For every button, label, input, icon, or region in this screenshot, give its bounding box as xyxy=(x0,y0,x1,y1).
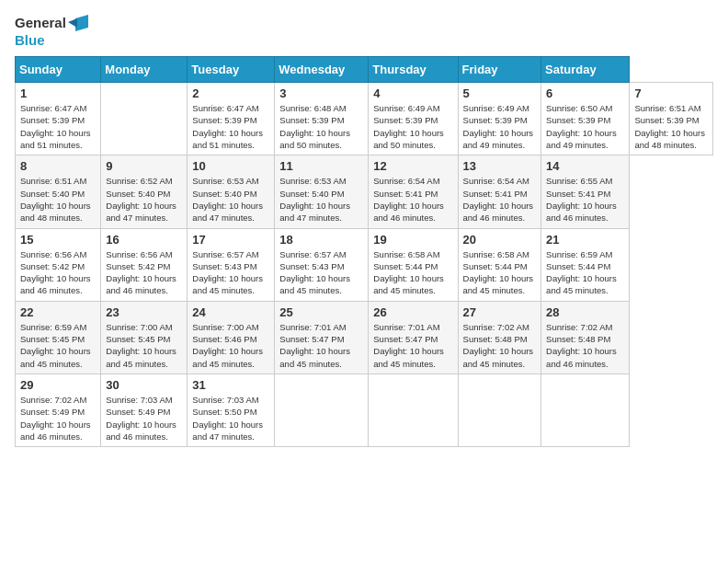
calendar-day-29: 29Sunrise: 7:02 AMSunset: 5:49 PMDayligh… xyxy=(16,373,101,446)
logo-general: General xyxy=(15,15,66,31)
day-number: 14 xyxy=(546,159,624,173)
calendar-day-19: 19Sunrise: 6:58 AMSunset: 5:44 PMDayligh… xyxy=(369,228,458,301)
calendar-day-7: 7Sunrise: 6:51 AMSunset: 5:39 PMDaylight… xyxy=(630,83,713,155)
logo: General Blue xyxy=(15,15,88,49)
day-number: 19 xyxy=(373,233,452,247)
svg-marker-0 xyxy=(75,15,88,31)
calendar-day-16: 16Sunrise: 6:56 AMSunset: 5:42 PMDayligh… xyxy=(101,228,188,301)
calendar-day-18: 18Sunrise: 6:57 AMSunset: 5:43 PMDayligh… xyxy=(275,228,369,301)
calendar-week-4: 22Sunrise: 6:59 AMSunset: 5:45 PMDayligh… xyxy=(16,301,713,373)
day-number: 27 xyxy=(463,305,537,319)
weekday-header-monday: Monday xyxy=(101,57,188,83)
calendar-day-4: 4Sunrise: 6:49 AMSunset: 5:39 PMDaylight… xyxy=(369,83,458,155)
day-number: 8 xyxy=(20,159,96,173)
day-number: 16 xyxy=(106,233,182,247)
calendar-week-3: 15Sunrise: 6:56 AMSunset: 5:42 PMDayligh… xyxy=(16,228,713,301)
calendar-week-2: 8Sunrise: 6:51 AMSunset: 5:40 PMDaylight… xyxy=(16,155,713,228)
day-number: 17 xyxy=(192,233,269,247)
day-detail: Sunrise: 7:01 AMSunset: 5:47 PMDaylight:… xyxy=(279,321,363,370)
day-number: 25 xyxy=(279,305,363,319)
calendar-day-9: 9Sunrise: 6:52 AMSunset: 5:40 PMDaylight… xyxy=(101,155,188,228)
page-header: General Blue xyxy=(15,15,713,49)
calendar-day-2: 2Sunrise: 6:47 AMSunset: 5:39 PMDaylight… xyxy=(188,83,275,155)
logo-blue: Blue xyxy=(15,32,45,48)
svg-marker-1 xyxy=(68,18,77,28)
day-detail: Sunrise: 6:54 AMSunset: 5:41 PMDaylight:… xyxy=(373,175,452,224)
logo-bird-icon xyxy=(68,15,88,31)
calendar-day-5: 5Sunrise: 6:49 AMSunset: 5:39 PMDaylight… xyxy=(458,83,541,155)
day-detail: Sunrise: 6:47 AMSunset: 5:39 PMDaylight:… xyxy=(20,102,96,151)
day-detail: Sunrise: 6:53 AMSunset: 5:40 PMDaylight:… xyxy=(192,175,269,224)
day-detail: Sunrise: 6:48 AMSunset: 5:39 PMDaylight:… xyxy=(279,102,363,151)
calendar-day-31: 31Sunrise: 7:03 AMSunset: 5:50 PMDayligh… xyxy=(188,373,275,446)
day-detail: Sunrise: 6:50 AMSunset: 5:39 PMDaylight:… xyxy=(546,102,624,151)
calendar-day-11: 11Sunrise: 6:53 AMSunset: 5:40 PMDayligh… xyxy=(275,155,369,228)
day-number: 21 xyxy=(546,233,624,247)
day-number: 11 xyxy=(279,159,363,173)
day-detail: Sunrise: 6:52 AMSunset: 5:40 PMDaylight:… xyxy=(106,175,182,224)
day-number: 12 xyxy=(373,159,452,173)
day-number: 13 xyxy=(463,159,537,173)
day-detail: Sunrise: 6:56 AMSunset: 5:42 PMDaylight:… xyxy=(106,248,182,297)
day-detail: Sunrise: 6:49 AMSunset: 5:39 PMDaylight:… xyxy=(463,102,537,151)
day-number: 18 xyxy=(279,233,363,247)
day-detail: Sunrise: 6:58 AMSunset: 5:44 PMDaylight:… xyxy=(373,248,452,297)
calendar-day-12: 12Sunrise: 6:54 AMSunset: 5:41 PMDayligh… xyxy=(369,155,458,228)
day-number: 28 xyxy=(546,305,624,319)
day-number: 15 xyxy=(20,233,96,247)
calendar-day-8: 8Sunrise: 6:51 AMSunset: 5:40 PMDaylight… xyxy=(16,155,101,228)
calendar-day-14: 14Sunrise: 6:55 AMSunset: 5:41 PMDayligh… xyxy=(541,155,630,228)
calendar-week-5: 29Sunrise: 7:02 AMSunset: 5:49 PMDayligh… xyxy=(16,373,713,446)
day-number: 30 xyxy=(106,378,182,392)
calendar-day-15: 15Sunrise: 6:56 AMSunset: 5:42 PMDayligh… xyxy=(16,228,101,301)
calendar-day-24: 24Sunrise: 7:00 AMSunset: 5:46 PMDayligh… xyxy=(188,301,275,373)
weekday-header-row: SundayMondayTuesdayWednesdayThursdayFrid… xyxy=(16,57,713,83)
day-number: 26 xyxy=(373,305,452,319)
day-detail: Sunrise: 6:56 AMSunset: 5:42 PMDaylight:… xyxy=(20,248,96,297)
day-detail: Sunrise: 7:00 AMSunset: 5:46 PMDaylight:… xyxy=(192,321,269,370)
day-detail: Sunrise: 7:02 AMSunset: 5:49 PMDaylight:… xyxy=(20,394,96,442)
day-detail: Sunrise: 7:03 AMSunset: 5:49 PMDaylight:… xyxy=(106,394,182,442)
day-detail: Sunrise: 6:53 AMSunset: 5:40 PMDaylight:… xyxy=(279,175,363,224)
empty-cell xyxy=(369,373,458,446)
day-number: 31 xyxy=(192,378,269,392)
day-number: 9 xyxy=(106,159,182,173)
calendar-day-13: 13Sunrise: 6:54 AMSunset: 5:41 PMDayligh… xyxy=(458,155,541,228)
day-detail: Sunrise: 6:51 AMSunset: 5:39 PMDaylight:… xyxy=(634,102,708,151)
weekday-header-friday: Friday xyxy=(458,57,541,83)
weekday-header-sunday: Sunday xyxy=(16,57,101,83)
day-detail: Sunrise: 7:01 AMSunset: 5:47 PMDaylight:… xyxy=(373,321,452,370)
weekday-header-wednesday: Wednesday xyxy=(275,57,369,83)
calendar-day-3: 3Sunrise: 6:48 AMSunset: 5:39 PMDaylight… xyxy=(275,83,369,155)
day-detail: Sunrise: 6:47 AMSunset: 5:39 PMDaylight:… xyxy=(192,102,269,151)
weekday-header-saturday: Saturday xyxy=(541,57,630,83)
day-number: 23 xyxy=(106,305,182,319)
day-number: 3 xyxy=(279,86,363,100)
calendar-day-23: 23Sunrise: 7:00 AMSunset: 5:45 PMDayligh… xyxy=(101,301,188,373)
logo-text: General Blue xyxy=(15,15,88,49)
weekday-header-thursday: Thursday xyxy=(369,57,458,83)
day-detail: Sunrise: 7:02 AMSunset: 5:48 PMDaylight:… xyxy=(546,321,624,370)
day-detail: Sunrise: 6:51 AMSunset: 5:40 PMDaylight:… xyxy=(20,175,96,224)
calendar-day-10: 10Sunrise: 6:53 AMSunset: 5:40 PMDayligh… xyxy=(188,155,275,228)
calendar-table: SundayMondayTuesdayWednesdayThursdayFrid… xyxy=(15,56,713,447)
day-detail: Sunrise: 6:55 AMSunset: 5:41 PMDaylight:… xyxy=(546,175,624,224)
calendar-day-27: 27Sunrise: 7:02 AMSunset: 5:48 PMDayligh… xyxy=(458,301,541,373)
calendar-day-17: 17Sunrise: 6:57 AMSunset: 5:43 PMDayligh… xyxy=(188,228,275,301)
calendar-day-28: 28Sunrise: 7:02 AMSunset: 5:48 PMDayligh… xyxy=(541,301,630,373)
day-detail: Sunrise: 6:54 AMSunset: 5:41 PMDaylight:… xyxy=(463,175,537,224)
day-number: 10 xyxy=(192,159,269,173)
day-number: 20 xyxy=(463,233,537,247)
empty-cell xyxy=(275,373,369,446)
day-detail: Sunrise: 6:59 AMSunset: 5:45 PMDaylight:… xyxy=(20,321,96,370)
day-detail: Sunrise: 6:49 AMSunset: 5:39 PMDaylight:… xyxy=(373,102,452,151)
day-number: 2 xyxy=(192,86,269,100)
day-number: 6 xyxy=(546,86,624,100)
day-detail: Sunrise: 7:00 AMSunset: 5:45 PMDaylight:… xyxy=(106,321,182,370)
day-number: 29 xyxy=(20,378,96,392)
day-detail: Sunrise: 7:02 AMSunset: 5:48 PMDaylight:… xyxy=(463,321,537,370)
day-number: 7 xyxy=(634,86,708,100)
day-number: 5 xyxy=(463,86,537,100)
calendar-day-1: 1Sunrise: 6:47 AMSunset: 5:39 PMDaylight… xyxy=(16,83,101,155)
calendar-day-6: 6Sunrise: 6:50 AMSunset: 5:39 PMDaylight… xyxy=(541,83,630,155)
